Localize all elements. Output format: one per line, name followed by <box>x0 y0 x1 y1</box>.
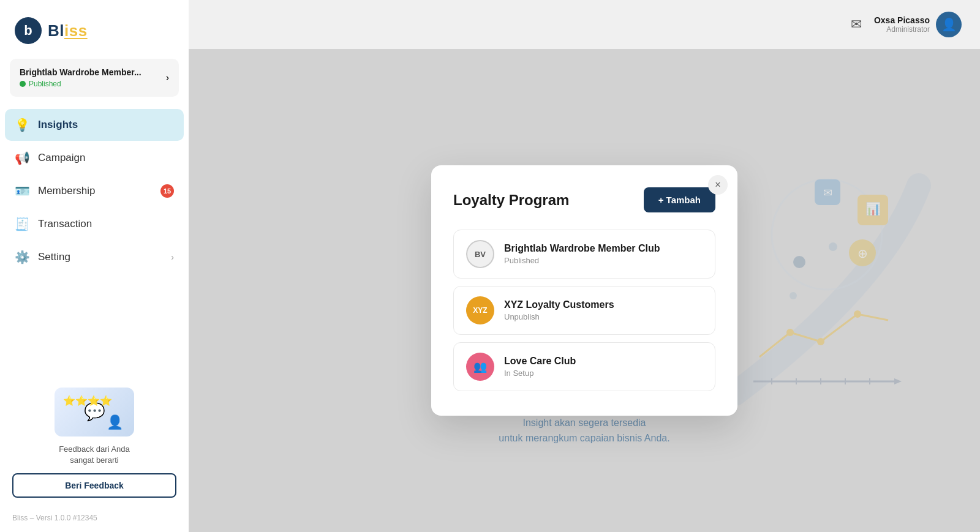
feedback-text-line2: sangat berarti <box>59 455 130 466</box>
modal-overlay[interactable]: × Loyalty Program + Tambah BV Brightlab … <box>189 49 980 532</box>
transaction-icon: 🧾 <box>15 217 29 231</box>
modal-close-button[interactable]: × <box>708 175 728 195</box>
membership-icon: 🪪 <box>15 184 29 198</box>
campaign-icon: 📢 <box>15 151 29 165</box>
user-profile[interactable]: Oxsa Picasso Administrator 👤 <box>874 12 962 37</box>
program-name-love: Love Care Club <box>504 356 576 367</box>
insights-icon: 💡 <box>15 118 29 132</box>
user-name: Oxsa Picasso <box>874 15 930 25</box>
sidebar-item-campaign[interactable]: 📢 Campaign <box>5 142 184 174</box>
setting-icon: ⚙️ <box>15 250 29 264</box>
program-avatar-love: 👥 <box>466 353 494 381</box>
feedback-button[interactable]: Beri Feedback <box>12 473 176 498</box>
program-status-brightlab: Published <box>504 256 660 265</box>
logo-text: Bliss <box>48 21 88 40</box>
program-name-brightlab: Brightlab Wardrobe Member Club <box>504 243 660 254</box>
sidebar-item-transaction-label: Transaction <box>38 218 92 230</box>
program-card[interactable]: Brightlab Wardrobe Member... Published › <box>10 59 179 97</box>
status-label: Published <box>29 80 61 88</box>
sidebar-item-setting-label: Setting <box>38 251 70 263</box>
program-card-name: Brightlab Wardrobe Member... <box>20 67 141 77</box>
program-item-love[interactable]: 👥 Love Care Club In Setup <box>453 342 715 391</box>
program-info-love: Love Care Club In Setup <box>504 356 576 378</box>
sidebar-item-setting[interactable]: ⚙️ Setting › <box>5 241 184 273</box>
sidebar-item-membership[interactable]: 🪪 Membership 15 <box>5 175 184 207</box>
content-background: 📊 ✉ ⊕ <box>189 49 980 532</box>
program-item-xyz[interactable]: XYZ XYZ Loyalty Customers Unpublish <box>453 286 715 335</box>
nav-menu: 💡 Insights 📢 Campaign 🪪 Membership 15 🧾 … <box>0 109 189 273</box>
feedback-illustration: 💬 👤 ⭐⭐⭐⭐ <box>55 388 134 436</box>
header: ✉ Oxsa Picasso Administrator 👤 <box>189 0 980 49</box>
program-status-love: In Setup <box>504 369 576 378</box>
mail-icon[interactable]: ✉ <box>851 17 862 32</box>
sidebar: b Bliss Brightlab Wardrobe Member... Pub… <box>0 0 189 532</box>
program-avatar-bv: BV <box>466 240 494 268</box>
user-avatar: 👤 <box>936 12 962 37</box>
modal-title: Loyalty Program <box>453 192 569 209</box>
sidebar-logo: b Bliss <box>0 0 189 59</box>
program-card-info: Brightlab Wardrobe Member... Published <box>20 67 141 88</box>
sidebar-item-insights-label: Insights <box>38 119 78 131</box>
user-info: Oxsa Picasso Administrator <box>874 15 930 34</box>
sidebar-item-insights[interactable]: 💡 Insights <box>5 109 184 141</box>
feedback-text: Feedback dari Anda sangat berarti <box>59 444 130 466</box>
love-icon: 👥 <box>473 360 487 373</box>
sidebar-item-campaign-label: Campaign <box>38 152 86 164</box>
program-status-xyz: Unpublish <box>504 312 614 321</box>
status-dot <box>20 81 26 87</box>
user-role: Administrator <box>874 25 930 34</box>
program-item-brightlab[interactable]: BV Brightlab Wardrobe Member Club Publis… <box>453 230 715 279</box>
main-content: ✉ Oxsa Picasso Administrator 👤 <box>189 0 980 532</box>
sidebar-feedback-section: 💬 👤 ⭐⭐⭐⭐ Feedback dari Anda sangat berar… <box>0 375 189 508</box>
sidebar-item-transaction[interactable]: 🧾 Transaction <box>5 208 184 240</box>
modal-header: Loyalty Program + Tambah <box>453 187 715 212</box>
logo-icon: b <box>15 17 42 44</box>
program-info-brightlab: Brightlab Wardrobe Member Club Published <box>504 243 660 265</box>
membership-badge: 15 <box>160 184 174 198</box>
program-card-status: Published <box>20 80 141 88</box>
feedback-text-line1: Feedback dari Anda <box>59 444 130 455</box>
setting-chevron: › <box>171 252 174 262</box>
sidebar-version: Bliss – Versi 1.0.0 #12345 <box>0 508 189 532</box>
program-avatar-xyz: XYZ <box>466 296 494 324</box>
program-card-chevron: › <box>166 72 169 83</box>
program-list: BV Brightlab Wardrobe Member Club Publis… <box>453 230 715 391</box>
program-info-xyz: XYZ Loyalty Customers Unpublish <box>504 299 614 321</box>
sidebar-item-membership-label: Membership <box>38 185 96 197</box>
close-icon: × <box>715 179 720 190</box>
add-program-button[interactable]: + Tambah <box>644 187 715 212</box>
program-name-xyz: XYZ Loyalty Customers <box>504 299 614 310</box>
loyalty-program-modal: × Loyalty Program + Tambah BV Brightlab … <box>431 165 737 416</box>
